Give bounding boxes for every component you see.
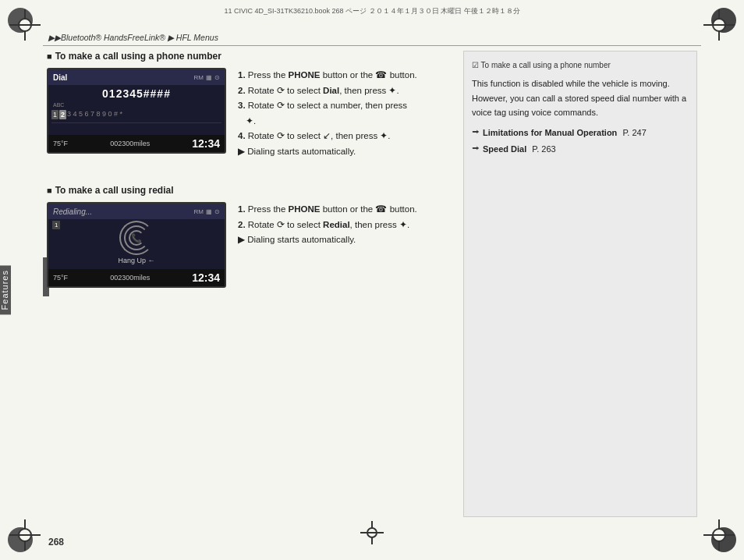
breadcrumb: ▶▶Bluetooth® HandsFreeLink® ▶ HFL Menus	[48, 33, 218, 42]
screen-dial-bottombar: 75°F 002300miles 12:34	[48, 135, 225, 152]
step2-1: 1. Press the PHONE button or the ☎ butto…	[238, 202, 417, 218]
page-number: 268	[48, 537, 64, 548]
screen-dial-number: 012345####	[48, 85, 225, 101]
link-speeddial-pagenum: P. 263	[532, 143, 555, 157]
right-column: ☑ To make a call using a phone number Th…	[463, 51, 697, 517]
content-area: To make a call using a phone number Dial…	[47, 51, 697, 517]
crosshair-tr	[703, 9, 735, 41]
key-3: 3 4 5 6 7 8 9 0 # *	[67, 110, 122, 119]
section2-heading: To make a call using redial	[47, 185, 448, 196]
screen-miles1: 002300miles	[110, 140, 150, 147]
section-phone-number: To make a call using a phone number Dial…	[47, 51, 448, 161]
link-speeddial-text: Speed Dial	[483, 143, 526, 157]
hangup-label: Hang Up ←	[48, 257, 225, 266]
breadcrumb-text: Bluetooth® HandsFreeLink® ▶ HFL Menus	[61, 33, 218, 42]
bottom-center-crosshair	[360, 521, 384, 544]
crosshair-tl	[9, 9, 41, 41]
screen-temp2: 75°F	[53, 274, 68, 282]
screen-time1: 12:34	[192, 137, 220, 150]
screen-redialing: Redialing... RM ▦ ⊙ 📞	[47, 202, 226, 288]
screen-dial: Dial RM ▦ ⊙ 012345#### ABC 1 2	[47, 68, 226, 154]
screen-redialing-label: Redialing...	[53, 207, 92, 216]
screen-redialing-topbar: Redialing... RM ▦ ⊙	[48, 204, 225, 219]
crosshair-br	[703, 519, 735, 551]
section2-content: Redialing... RM ▦ ⊙ 📞	[47, 202, 448, 296]
right-panel-title: ☑ To make a call using a phone number	[472, 59, 689, 72]
section1-content: Dial RM ▦ ⊙ 012345#### ABC 1 2	[47, 68, 448, 161]
screen-dial-topbar: Dial RM ▦ ⊙	[48, 69, 225, 85]
link-arrow-1: ⮕	[472, 126, 480, 139]
link-speeddial: ⮕ Speed Dial P. 263	[472, 143, 689, 157]
link-arrow-2: ⮕	[472, 143, 480, 155]
link-limitations-page	[618, 126, 621, 140]
screen-abc-row: ABC	[48, 101, 225, 108]
japanese-header: 11 CIVIC 4D_SI-31TK36210.book 268 ページ ２０…	[224, 6, 519, 16]
screen-number-badge: 1	[52, 221, 60, 229]
section1-heading: To make a call using a phone number	[47, 51, 448, 62]
top-divider	[43, 45, 701, 46]
step1-4: 4. Rotate ⟳ to select ↙, then press ✦.	[238, 129, 417, 144]
screen-redialing-icons: RM ▦ ⊙	[194, 208, 220, 215]
left-column: To make a call using a phone number Dial…	[47, 51, 448, 517]
section2-instructions: 1. Press the PHONE button or the ☎ butto…	[238, 202, 417, 248]
screen-miles2: 002300miles	[110, 274, 150, 282]
side-label: Features	[0, 265, 11, 314]
redialing-animation: 📞 1	[48, 219, 225, 257]
key-2-active: 2	[59, 110, 66, 119]
screen-dial-icons: RM ▦ ⊙	[194, 74, 220, 81]
link-limitations: ⮕ Limitations for Manual Operation P. 24…	[472, 126, 689, 140]
link-speeddial-page	[528, 143, 530, 157]
screen-time2: 12:34	[192, 271, 220, 284]
step1-5: ▶ Dialing starts automatically.	[238, 144, 417, 160]
section-redial: To make a call using redial Redialing...…	[47, 185, 448, 296]
crosshair-bl	[9, 519, 41, 551]
screen-redialing-bottombar: 75°F 002300miles 12:34	[48, 269, 225, 286]
link-limitations-pagenum: P. 247	[622, 126, 646, 140]
step2-2: 2. Rotate ⟳ to select Redial, then press…	[238, 218, 417, 233]
link-limitations-text: Limitations for Manual Operation	[483, 126, 617, 140]
right-panel-body: This function is disabled while the vehi…	[472, 76, 689, 120]
right-panel: ☑ To make a call using a phone number Th…	[463, 51, 697, 517]
screen-dial-label: Dial	[53, 73, 67, 82]
step2-3: ▶ Dialing starts automatically.	[238, 232, 417, 248]
section1-instructions: 1. Press the PHONE button or the ☎ butto…	[238, 68, 417, 159]
key-1: 1	[51, 110, 58, 119]
step1-1: 1. Press the PHONE button or the ☎ butto…	[238, 68, 417, 83]
phone-icon: 📞	[131, 233, 142, 243]
step1-2: 2. Rotate ⟳ to select Dial, then press ✦…	[238, 83, 417, 99]
step1-3b: ✦.	[238, 114, 417, 129]
step1-3: 3. Rotate ⟳ to select a number, then pre…	[238, 98, 417, 114]
screen-temp1: 75°F	[53, 140, 68, 147]
